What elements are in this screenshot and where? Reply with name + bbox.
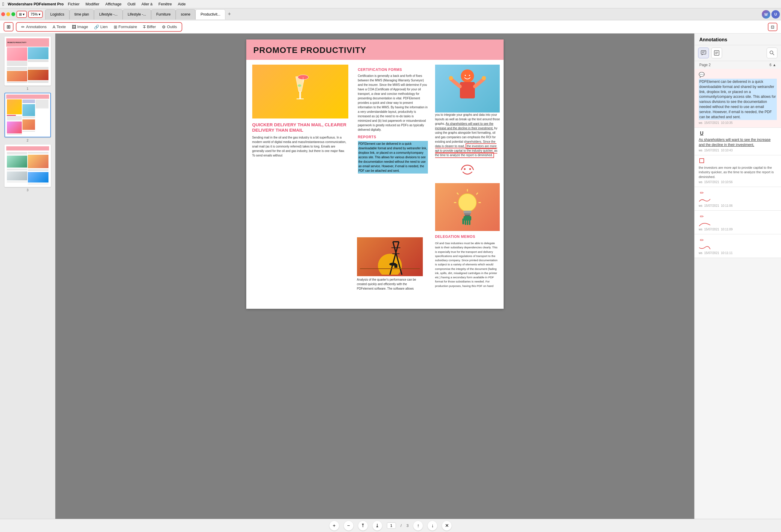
tool-formulaire[interactable]: ⊞ Formulaire — [111, 23, 139, 31]
page-number-2: 2 — [27, 138, 29, 142]
close-nav-button[interactable]: ✕ — [442, 521, 452, 531]
time-2: 10:10:43 — [721, 149, 733, 152]
comment-icon — [701, 50, 706, 56]
tool-biffer[interactable]: T̶ Biffer — [140, 23, 158, 31]
tab-scene[interactable]: scene — [176, 9, 195, 19]
svg-point-9 — [465, 75, 466, 76]
tab-productivity[interactable]: Productivit... — [195, 9, 225, 19]
tool-outils[interactable]: ⚙ Outils — [160, 23, 179, 31]
annotation-item-1[interactable]: 💬 PDFElement can be delivered in a quick… — [695, 69, 781, 128]
svg-point-48 — [770, 51, 773, 54]
thumb-page-2[interactable] — [4, 93, 51, 137]
pdf-col-right: you to integrate your graphs and data in… — [431, 60, 504, 293]
go-last-button[interactable]: ⤓ — [373, 521, 382, 531]
svg-rect-50 — [700, 159, 704, 163]
menu-modifier[interactable]: Modifier — [83, 1, 102, 7]
oilfield-svg — [360, 239, 420, 275]
annotation-header-2: U — [699, 131, 777, 136]
annotation-item-4[interactable]: ✏ ws 15/07/2021 10:11:06 — [695, 187, 781, 211]
view-toggle-button[interactable]: ⊞ ▾ — [16, 11, 27, 18]
comment-tool-button[interactable] — [698, 48, 709, 58]
menu-outil[interactable]: Outil — [124, 1, 138, 7]
go-first-button[interactable]: ⤒ — [358, 521, 368, 531]
thumb-page-3[interactable] — [4, 145, 51, 187]
grid-view-icon: ⊞ — [7, 24, 10, 29]
page-number-input[interactable] — [387, 523, 396, 529]
panel-toggle-button[interactable]: ⊡ — [768, 23, 777, 31]
annotation-icon: ✏ — [21, 25, 25, 29]
zoom-button[interactable]: 75% ▾ — [28, 11, 43, 18]
svg-rect-19 — [463, 211, 471, 213]
tool-lien[interactable]: 🔗 Lien — [91, 23, 110, 31]
svg-rect-11 — [460, 82, 475, 98]
tab-furniture[interactable]: Furniture — [151, 9, 176, 19]
tool-image[interactable]: 🖼 Image — [70, 23, 90, 31]
menu-aide[interactable]: Aide — [175, 1, 189, 7]
menu-fenetre[interactable]: Fenêtre — [156, 1, 175, 7]
maximize-window-button[interactable] — [11, 12, 15, 16]
thumbnail-3[interactable]: 3 — [4, 145, 51, 192]
tab-lifestyle2[interactable]: Lifestyle -... — [123, 9, 151, 19]
annotation-item-6[interactable]: ✏ ws 15/07/2021 10:11:11 — [695, 234, 781, 258]
thumb-page-1[interactable]: PROMOTE PRODUCTIVITY — [4, 37, 51, 86]
app-icon-avatar: W — [762, 10, 770, 18]
tool-texte[interactable]: A Texte — [50, 23, 68, 31]
tab-logistics[interactable]: Logistics — [45, 9, 70, 19]
drawing-preview-5 — [699, 220, 711, 227]
thumbnails-panel: PROMOTE PRODUCTIVITY — [0, 34, 55, 519]
next-page-button[interactable]: ↓ — [427, 521, 437, 531]
svg-rect-21 — [465, 215, 470, 216]
tab-timeplan[interactable]: time plan — [70, 9, 94, 19]
quicker-text: Sending mail in the oil and the gas indu… — [252, 135, 348, 158]
annotation-item-2[interactable]: U As shareholders will want to see the i… — [695, 128, 781, 155]
menu-fichier[interactable]: Fichier — [65, 1, 83, 7]
date-1: 15/07/2021 — [704, 121, 719, 124]
annotation-meta-2: ws 15/07/2021 10:10:43 — [699, 149, 777, 152]
author-6: ws — [699, 251, 702, 255]
oilfield-text: Analysis of the quarter's performance ca… — [357, 277, 423, 291]
annotation-comment-icon-1: 💬 — [699, 72, 705, 78]
cocktail-image — [252, 65, 348, 119]
apple-menu[interactable]:  — [2, 1, 4, 7]
add-tab-button[interactable]: + — [225, 11, 234, 17]
tabbar: ⊞ ▾ 75% ▾ Logistics time plan Lifestyle … — [0, 8, 781, 21]
close-window-button[interactable] — [1, 12, 5, 16]
panel-icon: ⊡ — [771, 25, 774, 29]
thumbnail-view-button[interactable]: ⊞ — [4, 22, 13, 31]
thumbnail-2[interactable]: 2 — [4, 93, 51, 142]
svg-point-8 — [461, 70, 474, 83]
tools-toolbar: ⊞ ✏ Annotations A Texte 🖼 Image 🔗 Lien ⊞… — [0, 21, 781, 34]
search-annotations-button[interactable] — [767, 48, 777, 58]
user-avatar[interactable]: U — [772, 10, 780, 18]
certification-title: CERTIFICATION FORMS — [358, 68, 428, 72]
menu-aller[interactable]: Aller à — [138, 1, 156, 7]
minimize-window-button[interactable] — [6, 12, 10, 16]
annotation-text-3: the investors are more apt to provide ca… — [699, 165, 777, 179]
date-4: 15/07/2021 — [704, 204, 719, 207]
page-label: Page 2 6 ▲ — [695, 61, 781, 69]
reports-title: REPORTS — [358, 135, 428, 139]
thumbnail-1[interactable]: PROMOTE PRODUCTIVITY — [4, 37, 51, 90]
tab-lifestyle1[interactable]: Lifestyle -... — [94, 9, 122, 19]
annotation-item-3[interactable]: the investors are more apt to provide ca… — [695, 155, 781, 187]
menu-affichage[interactable]: Affichage — [102, 1, 124, 7]
quicker-heading: QUICKER DELIVERY THAN MAIL, CLEARER DELI… — [252, 122, 348, 133]
collapse-icon[interactable]: ▲ — [773, 63, 776, 67]
svg-line-23 — [477, 193, 478, 195]
author-1: ws — [699, 121, 702, 124]
svg-point-7 — [298, 84, 301, 87]
tool-annotations[interactable]: ✏ Annotations — [19, 23, 49, 31]
pdf-viewer[interactable]: PROMOTE PRODUCTIVITY — [55, 34, 694, 519]
cocktail-svg — [282, 71, 318, 113]
bottom-navigation: + − ⤒ ⤓ / 3 ↑ ↓ ✕ — [0, 519, 781, 532]
zoom-out-button[interactable]: − — [344, 521, 354, 531]
prev-page-button[interactable]: ↑ — [413, 521, 423, 531]
svg-rect-41 — [701, 50, 706, 54]
date-2: 15/07/2021 — [704, 149, 719, 152]
zoom-in-button[interactable]: + — [329, 521, 339, 531]
list-tool-button[interactable] — [711, 48, 722, 58]
list-icon — [714, 50, 720, 56]
annotation-item-5[interactable]: ✏ ws 15/07/2021 10:11:09 — [695, 211, 781, 234]
smiley-drawing-area — [435, 159, 500, 183]
annotation-drawing-preview-5 — [699, 220, 777, 227]
